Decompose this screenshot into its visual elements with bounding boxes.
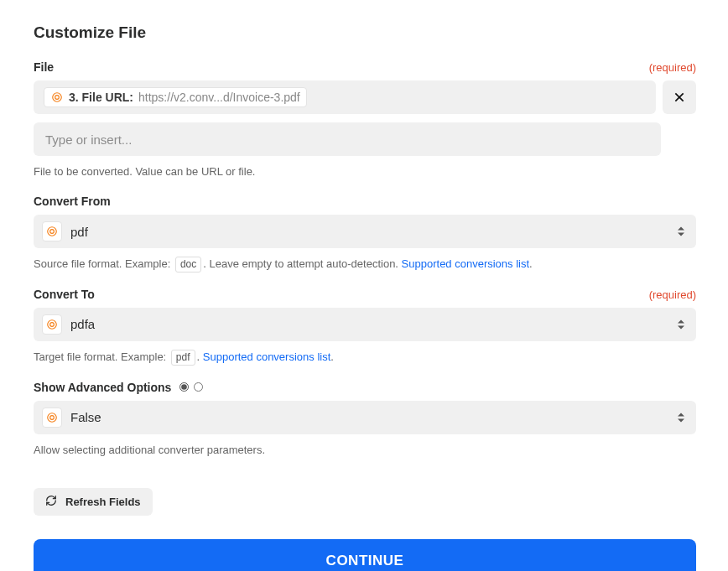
file-section: File (required) 3. File URL: https://v2.… bbox=[34, 60, 696, 179]
supported-conversions-link[interactable]: Supported conversions list bbox=[402, 257, 529, 270]
chevron-updown-icon bbox=[678, 413, 684, 422]
convert-from-label: Convert From bbox=[34, 195, 111, 208]
required-tag: (required) bbox=[649, 61, 696, 74]
advanced-section: Show Advanced Options False Allow select… bbox=[34, 381, 696, 458]
source-icon bbox=[42, 221, 62, 241]
continue-button[interactable]: CONTINUE bbox=[34, 539, 696, 571]
file-label: File bbox=[34, 60, 54, 74]
page-title: Customize File bbox=[34, 23, 696, 42]
svg-point-7 bbox=[50, 323, 55, 327]
advanced-value: False bbox=[70, 410, 101, 424]
svg-point-9 bbox=[50, 415, 55, 419]
chevron-updown-icon bbox=[678, 227, 684, 236]
refresh-icon bbox=[45, 495, 57, 509]
refresh-label: Refresh Fields bbox=[65, 496, 141, 508]
example-code: pdf bbox=[171, 350, 195, 366]
advanced-radio-2[interactable] bbox=[194, 382, 203, 392]
convert-to-value: pdfa bbox=[70, 317, 95, 331]
refresh-fields-button[interactable]: Refresh Fields bbox=[34, 488, 153, 516]
file-input[interactable] bbox=[34, 122, 661, 156]
file-value-box[interactable]: 3. File URL: https://v2.conv...d/Invoice… bbox=[34, 80, 656, 114]
supported-conversions-link[interactable]: Supported conversions list bbox=[203, 350, 330, 363]
svg-point-1 bbox=[55, 96, 60, 100]
convert-from-dropdown[interactable]: pdf bbox=[34, 215, 696, 248]
svg-point-4 bbox=[48, 227, 57, 236]
svg-point-5 bbox=[50, 230, 55, 234]
chevron-updown-icon bbox=[678, 319, 684, 329]
file-pill[interactable]: 3. File URL: https://v2.conv...d/Invoice… bbox=[44, 87, 307, 107]
convert-from-help: Source file format. Example: doc. Leave … bbox=[34, 257, 696, 273]
convert-to-help: Target file format. Example: pdf. Suppor… bbox=[34, 350, 696, 366]
file-help: File to be converted. Value can be URL o… bbox=[34, 164, 696, 179]
convert-to-section: Convert To (required) pdfa Target file f… bbox=[34, 288, 696, 366]
svg-point-0 bbox=[53, 93, 62, 102]
convert-from-section: Convert From pdf Source file format. Exa… bbox=[34, 195, 696, 273]
remove-file-button[interactable] bbox=[663, 80, 696, 114]
svg-point-6 bbox=[48, 320, 57, 330]
example-code: doc bbox=[175, 257, 201, 273]
file-pill-prefix: 3. File URL: bbox=[69, 91, 133, 104]
advanced-label: Show Advanced Options bbox=[34, 381, 171, 394]
file-pill-value: https://v2.conv...d/Invoice-3.pdf bbox=[138, 91, 300, 104]
advanced-help: Allow selecting additional converter par… bbox=[34, 443, 696, 458]
convert-to-label: Convert To bbox=[34, 288, 95, 301]
source-icon bbox=[42, 314, 62, 335]
source-icon bbox=[42, 407, 62, 428]
svg-point-8 bbox=[48, 413, 57, 423]
convert-to-dropdown[interactable]: pdfa bbox=[34, 308, 696, 341]
required-tag: (required) bbox=[649, 288, 696, 301]
advanced-dropdown[interactable]: False bbox=[34, 401, 696, 434]
convert-from-value: pdf bbox=[70, 225, 88, 239]
source-icon bbox=[50, 91, 64, 104]
advanced-radio-1[interactable] bbox=[179, 382, 189, 392]
